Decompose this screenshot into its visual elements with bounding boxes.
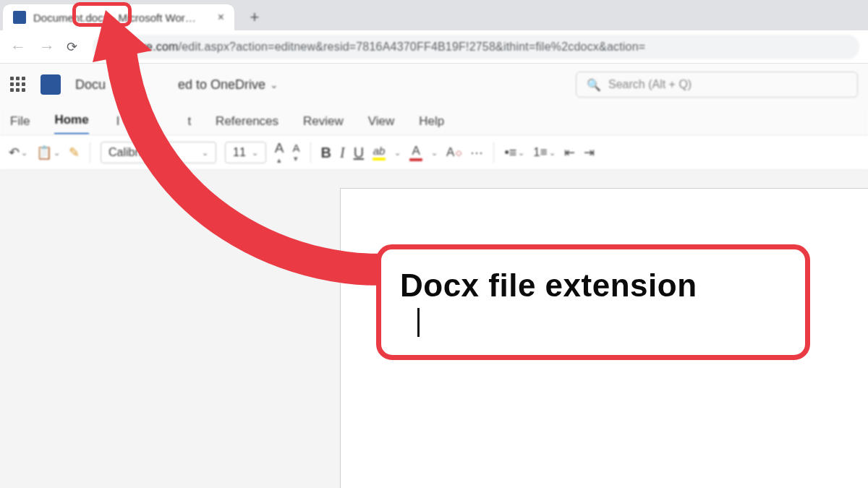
ribbon-tab-review[interactable]: Review [303, 114, 344, 134]
search-icon: 🔍 [587, 78, 601, 92]
font-size-select[interactable]: 11 ⌄ [225, 142, 266, 163]
annotation-callout: Docx file extension [376, 244, 810, 360]
format-painter-button[interactable]: ✎ [69, 145, 80, 160]
search-input[interactable]: 🔍 Search (Alt + Q) [576, 72, 858, 98]
ribbon-tab-i[interactable]: I [116, 114, 120, 134]
word-logo-icon [41, 74, 61, 95]
increase-indent-button[interactable]: ⇥ [584, 145, 595, 160]
clear-format-button[interactable]: A◇ [446, 145, 461, 160]
numbering-button[interactable]: 1≡⌄ [533, 145, 555, 160]
italic-button[interactable]: I [340, 145, 345, 161]
url-host: drive.live.com [106, 40, 179, 53]
separator [493, 142, 494, 163]
bold-button[interactable]: B [321, 145, 331, 161]
chevron-down-icon: ⌄ [252, 148, 258, 158]
undo-button[interactable]: ↶⌄ [9, 145, 27, 160]
paste-button[interactable]: 📋⌄ [36, 145, 60, 160]
nav-back-button[interactable]: ← [9, 38, 27, 56]
word-app-header: Docu ed to OneDrive ⌄ 🔍 Search (Alt + Q) [0, 64, 868, 106]
url-path: /edit.aspx?action=editnew&resid=7816A437… [179, 40, 646, 53]
word-favicon [13, 11, 26, 24]
font-name-select[interactable]: Calibri ( ⌄ [101, 142, 216, 163]
doc-name-part1: Docu [75, 77, 106, 93]
search-placeholder: Search (Alt + Q) [608, 78, 692, 91]
reload-button[interactable]: ⟳ [67, 39, 82, 55]
chevron-down-icon: ⌄ [202, 148, 208, 158]
ribbon-tab-references[interactable]: References [216, 114, 278, 134]
ribbon-toolbar: ↶⌄ 📋⌄ ✎ Calibri ( ⌄ 11 ⌄ A▴ A▾ B I U ab … [0, 134, 868, 171]
chevron-down-icon: ⌄ [270, 79, 278, 90]
chevron-down-icon[interactable]: ⌄ [431, 148, 438, 158]
underline-button[interactable]: U [354, 145, 364, 161]
ribbon-tab-home[interactable]: Home [54, 113, 88, 134]
ribbon-tab-t[interactable]: t [187, 114, 191, 134]
ribbon-tabs: FileHomeItReferencesReviewViewHelp [0, 106, 868, 134]
more-font-button[interactable]: ⋯ [470, 145, 483, 160]
shrink-font-button[interactable]: A▾ [292, 142, 299, 163]
highlight-button[interactable]: ab [373, 145, 386, 160]
doc-name-part2: ed to OneDrive [178, 77, 265, 93]
decrease-indent-button[interactable]: ⇤ [564, 145, 575, 160]
app-launcher-icon[interactable] [10, 77, 26, 93]
separator [310, 142, 311, 163]
grow-font-button[interactable]: A▴ [275, 141, 284, 164]
ribbon-tab-help[interactable]: Help [419, 114, 444, 134]
ribbon-tab-file[interactable]: File [10, 114, 30, 134]
annotation-highlight-tab [72, 2, 132, 27]
ribbon-tab-view[interactable]: View [368, 114, 395, 134]
annotation-callout-text: Docx file extension [400, 267, 786, 304]
address-bar: ← → ⟳ drive.live.com/edit.aspx?action=ed… [0, 30, 868, 64]
bullets-button[interactable]: •≡⌄ [504, 145, 524, 160]
chevron-down-icon[interactable]: ⌄ [394, 148, 401, 158]
separator [90, 142, 90, 163]
nav-forward-button[interactable]: → [38, 38, 56, 56]
font-name-value: Calibri ( [109, 146, 148, 159]
font-size-value: 11 [233, 146, 246, 159]
document-title[interactable]: Docu ed to OneDrive ⌄ [75, 77, 278, 93]
close-tab-icon[interactable]: × [218, 11, 224, 24]
text-caret [417, 308, 420, 337]
url-omnibox[interactable]: drive.live.com/edit.aspx?action=editnew&… [93, 35, 859, 59]
new-tab-button[interactable]: + [243, 6, 266, 29]
font-color-button[interactable]: A [409, 145, 422, 161]
